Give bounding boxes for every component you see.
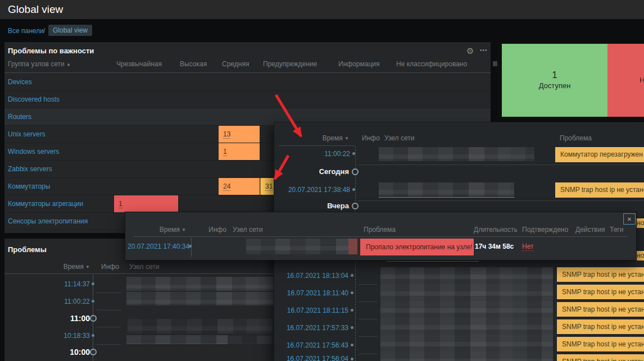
sort-desc-icon: ▼ <box>182 227 186 232</box>
problem-count[interactable]: 24 <box>223 182 230 191</box>
event-time[interactable]: 11:00:22 <box>34 298 90 305</box>
event-time[interactable]: 16.07.2021 18:11:15 <box>281 307 348 314</box>
timeline-dot <box>92 282 94 285</box>
problem-badge[interactable]: SNMP trap host ip не устано <box>557 285 644 299</box>
severity-widget-title: Проблемы по важности <box>8 47 94 55</box>
problem-badge[interactable]: SNMP trap host ip не устано <box>557 302 644 317</box>
column-host: Узел сети <box>233 226 262 234</box>
gear-icon[interactable]: ⚙ <box>466 46 474 56</box>
redacted-host-red <box>348 239 357 254</box>
column-high: Высокая <box>180 60 207 68</box>
table-row: Devices <box>4 74 491 91</box>
event-time[interactable]: 20.07.2021 17:40:34 <box>128 243 186 250</box>
host-group-link[interactable]: Zabbix servers <box>8 161 52 178</box>
event-time[interactable]: 11:00:22 <box>294 150 350 158</box>
column-info: Инфо <box>208 226 226 234</box>
redacted-host <box>126 335 228 344</box>
problem-count[interactable]: 13 <box>223 130 230 139</box>
header-divider <box>133 236 628 237</box>
host-link-underline <box>387 261 478 262</box>
column-problem: Проблема <box>560 134 592 142</box>
problem-badge-clipped: но <box>636 218 644 228</box>
timeline-dot <box>92 300 94 303</box>
problem-detail-popup: ✕ Время ▼ Инфо Узел сети Проблема Длител… <box>125 212 637 261</box>
host-group-link[interactable]: Routers <box>8 108 31 126</box>
event-time[interactable]: 16.07.2021 17:57:33 <box>281 324 348 332</box>
column-actions: Действия <box>575 226 605 234</box>
problem-count[interactable]: 31 <box>265 182 273 191</box>
widget-menu-icon[interactable]: ••• <box>480 47 488 53</box>
redacted-host <box>246 239 348 254</box>
problem-badge[interactable]: SNMP trap host ip не устано <box>557 267 644 282</box>
problem-badge[interactable]: SNMP trap host ip не устано <box>557 354 644 361</box>
close-icon: ✕ <box>627 216 632 222</box>
host-group-link[interactable]: Сенсоры электропитания <box>8 213 88 230</box>
host-group-link[interactable]: Коммутаторы агрегации <box>8 195 83 213</box>
row-divider <box>357 164 644 165</box>
event-time[interactable]: 16.07.2021 18:13:04 <box>281 272 348 280</box>
close-button[interactable]: ✕ <box>623 213 636 225</box>
event-time[interactable]: 20.07.2021 17:38:48 <box>283 186 350 194</box>
problem-badge[interactable]: Пропало электропитание на узле! <box>360 239 474 255</box>
column-info: Инфо <box>101 263 119 271</box>
column-disaster: Чрезвычайная <box>116 60 162 68</box>
sort-desc-icon: ▼ <box>85 264 90 269</box>
problem-badge-clipped: но <box>636 251 644 261</box>
host-group-link[interactable]: Коммутаторы <box>8 178 50 195</box>
problem-badge[interactable]: Коммутатор перезагружен <box>555 147 644 162</box>
problem-count[interactable]: 1 <box>119 200 123 208</box>
event-time[interactable]: 16.07.2021 18:11:40 <box>281 289 348 297</box>
problem-badge[interactable]: SNMP trap host ip не устано <box>555 182 644 198</box>
column-average: Средняя <box>222 60 249 68</box>
date-marker: Вчера <box>294 202 349 210</box>
problem-badge[interactable]: SNMP trap host ip не устано <box>557 319 644 334</box>
breadcrumb-current[interactable]: Global view <box>48 25 92 36</box>
sort-asc-icon: ▲ <box>66 62 71 67</box>
acknowledged-value[interactable]: Нет <box>522 243 533 251</box>
page-title: Global view <box>8 0 63 19</box>
column-time[interactable]: Время ▼ <box>30 263 90 271</box>
event-time[interactable]: 16.07.2021 17:56:43 <box>281 341 348 349</box>
timeline-axis <box>191 238 192 257</box>
redacted-host <box>228 336 273 344</box>
severity-cell-average[interactable]: 24 <box>219 178 260 195</box>
available-count: 1 <box>552 70 557 81</box>
severity-cell-disaster[interactable]: 1 <box>114 195 178 212</box>
availability-widget: 1 Доступен Н <box>497 42 644 121</box>
problem-badge[interactable]: SNMP trap host ip не устано <box>557 337 644 351</box>
header-divider <box>279 145 355 146</box>
severity-cell-average[interactable]: 1 <box>219 143 260 160</box>
duration-value: 17ч 34м 58с <box>475 243 514 250</box>
timeline-hour-circle <box>90 315 97 322</box>
column-time[interactable]: Время ▼ <box>129 226 186 234</box>
event-time[interactable]: 10:18:33 <box>34 332 90 340</box>
table-row: Discovered hosts <box>4 91 491 108</box>
column-acknowledged: Подтверждено <box>522 226 568 234</box>
unavailable-block[interactable]: Н <box>607 44 644 117</box>
column-host: Узел сети <box>384 134 414 142</box>
breadcrumb-all-dashboards[interactable]: Все панели <box>8 27 44 35</box>
column-host: Узел сети <box>129 263 159 271</box>
host-group-link[interactable]: Unix servers <box>8 126 46 143</box>
column-duration: Длительность <box>474 226 518 234</box>
column-info: Инфо <box>362 134 380 142</box>
severity-cell-average[interactable]: 13 <box>219 126 260 143</box>
host-group-link[interactable]: Devices <box>8 74 32 91</box>
event-time[interactable]: 16.07.2021 17:56:04 <box>281 355 348 361</box>
host-group-link[interactable]: Discovered hosts <box>8 91 60 108</box>
header-divider <box>4 72 491 73</box>
host-group-link[interactable]: Windows servers <box>8 143 59 161</box>
event-time[interactable]: 11:14:37 <box>34 280 90 288</box>
timeline-dot <box>92 334 94 337</box>
column-host-group[interactable]: Группа узлов сети ▲ <box>8 60 71 68</box>
problem-count[interactable]: 1 <box>223 148 227 156</box>
timeline-hour-circle <box>352 203 359 209</box>
timeline-hour-circle <box>90 349 97 355</box>
redacted-host-link[interactable] <box>379 182 514 197</box>
row-divider <box>357 200 644 201</box>
redacted-host <box>126 292 274 305</box>
redacted-hosts-block <box>380 267 553 361</box>
column-time[interactable]: Время ▼ <box>288 134 349 142</box>
row-divider <box>359 336 377 337</box>
available-block[interactable]: 1 Доступен <box>502 44 607 117</box>
